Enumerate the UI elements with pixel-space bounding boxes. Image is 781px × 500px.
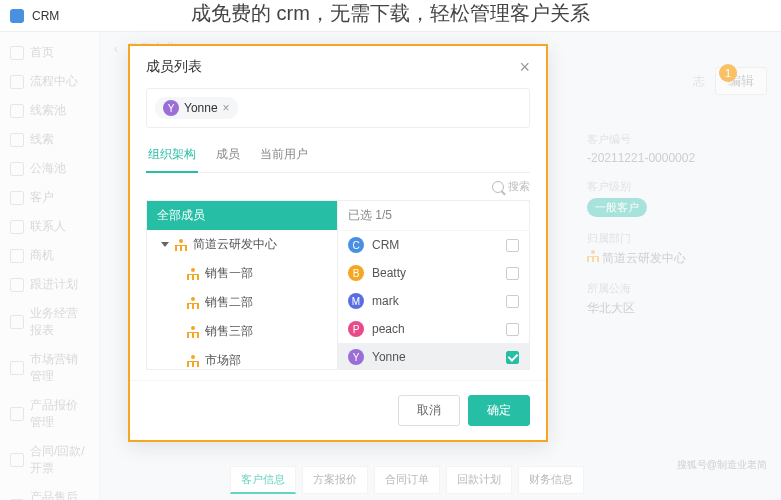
member-list: 已选 1/5 CCRMBBeattyMmarkPpeachYYonne — [338, 201, 529, 369]
modal-tabs: 组织架构成员当前用户 — [146, 138, 530, 173]
avatar-icon: Y — [348, 349, 364, 365]
cancel-button[interactable]: 取消 — [398, 395, 460, 426]
member-name: peach — [372, 322, 405, 336]
tree-child[interactable]: 销售一部 — [147, 259, 337, 288]
app-name: CRM — [32, 9, 59, 23]
list-header: 已选 1/5 — [348, 207, 392, 224]
top-bar: CRM — [0, 0, 781, 32]
member-item[interactable]: Mmark — [338, 287, 529, 315]
confirm-button[interactable]: 确定 — [468, 395, 530, 426]
member-checkbox[interactable] — [506, 323, 519, 336]
modal-tab[interactable]: 成员 — [214, 138, 242, 172]
org-tree: 全部成员 简道云研发中心 销售一部销售二部销售三部市场部 — [147, 201, 338, 369]
tree-header[interactable]: 全部成员 — [147, 201, 337, 230]
avatar-icon: C — [348, 237, 364, 253]
tree-root[interactable]: 简道云研发中心 — [147, 230, 337, 259]
tree-child[interactable]: 销售二部 — [147, 288, 337, 317]
org-icon — [175, 239, 187, 251]
selected-chips: Y Yonne × — [146, 88, 530, 128]
member-item[interactable]: Ppeach — [338, 315, 529, 343]
member-name: Yonne — [372, 350, 406, 364]
app-logo-icon — [10, 9, 24, 23]
member-checkbox[interactable] — [506, 267, 519, 280]
member-checkbox[interactable] — [506, 351, 519, 364]
caret-down-icon — [161, 242, 169, 247]
member-name: CRM — [372, 238, 399, 252]
chip-name: Yonne — [184, 101, 218, 115]
org-icon — [187, 355, 199, 367]
search-icon — [492, 181, 504, 193]
member-name: Beatty — [372, 266, 406, 280]
search-placeholder: 搜索 — [508, 179, 530, 194]
org-icon — [187, 326, 199, 338]
modal-tab[interactable]: 组织架构 — [146, 138, 198, 173]
close-icon[interactable]: × — [519, 58, 530, 76]
modal-title: 成员列表 — [146, 58, 202, 76]
search-row[interactable]: 搜索 — [146, 173, 530, 200]
member-item[interactable]: BBeatty — [338, 259, 529, 287]
member-checkbox[interactable] — [506, 239, 519, 252]
tree-child[interactable]: 销售三部 — [147, 317, 337, 346]
member-item[interactable]: YYonne — [338, 343, 529, 369]
org-icon — [187, 297, 199, 309]
chip-remove-icon[interactable]: × — [223, 101, 230, 115]
avatar-icon: P — [348, 321, 364, 337]
selected-chip[interactable]: Y Yonne × — [155, 97, 238, 119]
tree-child[interactable]: 市场部 — [147, 346, 337, 369]
avatar-icon: B — [348, 265, 364, 281]
avatar-icon: Y — [163, 100, 179, 116]
member-name: mark — [372, 294, 399, 308]
avatar-icon: M — [348, 293, 364, 309]
org-icon — [187, 268, 199, 280]
member-item[interactable]: CCRM — [338, 231, 529, 259]
member-modal: 成员列表 × Y Yonne × 组织架构成员当前用户 搜索 全部成员 简道云研… — [128, 44, 548, 442]
member-checkbox[interactable] — [506, 295, 519, 308]
modal-tab[interactable]: 当前用户 — [258, 138, 310, 172]
